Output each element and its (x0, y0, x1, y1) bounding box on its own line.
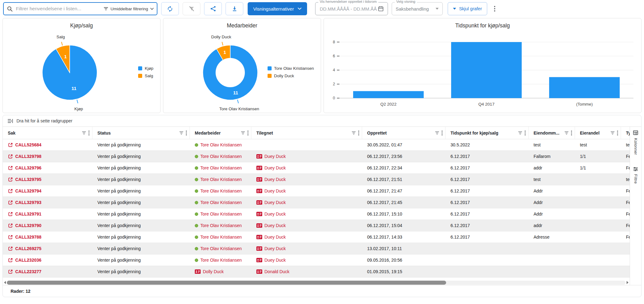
case-link[interactable]: CALL329794 (15, 188, 41, 193)
column-filter-icon[interactable] (82, 131, 86, 135)
open-case-icon[interactable] (8, 188, 13, 194)
medarbeider-link[interactable]: Tore Olav Kristiansen (200, 200, 242, 205)
column-header-status[interactable]: Status (92, 127, 190, 139)
search-input[interactable] (15, 6, 101, 12)
scrollbar-thumb[interactable] (7, 281, 446, 285)
table-row[interactable]: CALL269275Venter på godkjenningTore Olav… (3, 243, 630, 254)
tilegnet-link[interactable]: Donald Duck (264, 269, 289, 274)
case-link[interactable]: CALL269275 (15, 246, 41, 251)
open-case-icon[interactable] (8, 211, 13, 217)
table-row[interactable]: CALL329795Venter på godkjenningTore Olav… (3, 174, 630, 185)
tab-filtre[interactable]: Filtre (633, 167, 638, 184)
case-link[interactable]: CALL329791 (15, 211, 41, 216)
view-options-button[interactable]: Visningsalternativer (248, 2, 307, 15)
table-row[interactable]: CALL329798Venter på godkjenningTore Olav… (3, 151, 630, 162)
scroll-right-arrow[interactable] (627, 281, 628, 284)
case-link[interactable]: CALL329795 (15, 177, 41, 182)
table-row[interactable]: CALL232036Venter på godkjenningTore Olav… (3, 254, 630, 266)
date-range-input[interactable] (319, 6, 378, 12)
column-header-eiendom[interactable]: Eiendomm... (529, 127, 575, 139)
refresh-button[interactable] (161, 2, 179, 15)
open-case-icon[interactable] (8, 142, 13, 148)
medarbeider-link[interactable]: Tore Olav Kristiansen (200, 211, 242, 216)
download-button[interactable] (226, 2, 243, 15)
bar-Q4 2017[interactable] (451, 42, 522, 98)
tilegnet-link[interactable]: Duey Duck (264, 258, 286, 263)
column-menu-icon[interactable] (247, 131, 249, 135)
medarbeider-link[interactable]: Tore Olav Kristiansen (200, 154, 242, 159)
tilegnet-link[interactable]: Duey Duck (264, 223, 286, 228)
tilegnet-link[interactable]: Duey Duck (264, 200, 286, 205)
column-menu-icon[interactable] (525, 131, 526, 135)
calendar-icon[interactable] (378, 6, 384, 12)
column-header-sak[interactable]: Sak (3, 127, 92, 139)
column-filter-icon[interactable] (564, 131, 569, 135)
table-row[interactable]: CALL223277Venter på godkjenningDolly Duc… (3, 266, 630, 278)
tab-kolonner[interactable]: Kolonner (633, 130, 638, 155)
medarbeider-link[interactable]: Tore Olav Kristiansen (200, 177, 242, 182)
bar-(Tomme)[interactable] (549, 77, 620, 98)
case-link[interactable]: CALL329796 (15, 165, 41, 170)
tilegnet-link[interactable]: Duey Duck (264, 235, 286, 240)
open-case-icon[interactable] (8, 235, 13, 240)
tilegnet-link[interactable]: Duey Duck (264, 177, 286, 182)
tilegnet-link[interactable]: Duey Duck (264, 246, 286, 251)
medarbeider-link[interactable]: Tore Olav Kristiansen (200, 235, 242, 240)
scrollbar-track[interactable] (7, 281, 626, 285)
tilegnet-link[interactable]: Duey Duck (264, 154, 286, 159)
column-header-eierandel[interactable]: Eierandel (575, 127, 621, 139)
column-filter-icon[interactable] (241, 131, 245, 135)
case-link[interactable]: CALL329788 (15, 235, 41, 240)
column-menu-icon[interactable] (88, 131, 90, 135)
open-case-icon[interactable] (8, 223, 13, 228)
column-header-type[interactable]: Type re (621, 127, 630, 139)
medarbeider-link[interactable]: Tore Olav Kristiansen (200, 188, 242, 193)
column-menu-icon[interactable] (571, 131, 572, 135)
open-case-icon[interactable] (8, 165, 13, 171)
share-button[interactable] (204, 2, 222, 15)
table-row[interactable]: CALL525684Venter på godkjenningTore Olav… (3, 139, 630, 151)
row-group-dropzone[interactable]: Dra hit for å sette radgrupper (3, 115, 641, 127)
tilegnet-link[interactable]: Duey Duck (264, 211, 286, 216)
column-filter-icon[interactable] (435, 131, 439, 135)
column-menu-icon[interactable] (186, 131, 187, 135)
case-link[interactable]: CALL329793 (15, 200, 41, 205)
horizontal-scrollbar[interactable] (3, 280, 630, 285)
column-filter-icon[interactable] (179, 131, 184, 135)
legend-item[interactable]: Dolly Duck (268, 74, 314, 78)
hide-charts-button[interactable]: Skjul grafer (448, 2, 487, 15)
case-link[interactable]: CALL525684 (15, 142, 41, 147)
clear-filter-button[interactable] (183, 2, 200, 15)
immediate-filter-dropdown[interactable]: Umiddelbar filtrering (104, 7, 154, 11)
table-row[interactable]: CALL329791Venter på godkjenningTore Olav… (3, 208, 630, 220)
open-case-icon[interactable] (8, 258, 13, 263)
open-case-icon[interactable] (8, 177, 13, 182)
case-link[interactable]: CALL329798 (15, 154, 41, 159)
tilegnet-link[interactable]: Duey Duck (264, 188, 286, 193)
column-filter-icon[interactable] (518, 131, 522, 135)
table-row[interactable]: CALL329796Venter på godkjenningTore Olav… (3, 162, 630, 174)
case-link[interactable]: CALL232036 (15, 258, 41, 263)
table-row[interactable]: CALL329794Venter på godkjenningTore Olav… (3, 185, 630, 197)
medarbeider-link[interactable]: Tore Olav Kristiansen (200, 165, 242, 170)
toolbar-menu-icon[interactable] (491, 4, 498, 13)
medarbeider-link[interactable]: Tore Olav Kristiansen (200, 246, 242, 251)
column-header-opprettet[interactable]: Opprettet (362, 127, 446, 139)
medarbeider-link[interactable]: Dolly Duck (203, 269, 224, 274)
table-row[interactable]: CALL329790Venter på godkjenningTore Olav… (3, 220, 630, 231)
tilegnet-link[interactable]: Duey Duck (264, 165, 286, 170)
column-filter-icon[interactable] (352, 131, 356, 135)
open-case-icon[interactable] (8, 269, 13, 274)
bar-Q2 2022[interactable] (353, 91, 424, 98)
case-link[interactable]: CALL223277 (15, 269, 41, 274)
table-row[interactable]: CALL329788Venter på godkjenningTore Olav… (3, 231, 630, 243)
legend-item[interactable]: Kjøp (138, 66, 153, 71)
column-header-medarbeider[interactable]: Medarbeider (190, 127, 251, 139)
open-case-icon[interactable] (8, 200, 13, 205)
legend-item[interactable]: Salg (138, 74, 153, 78)
column-header-tidspunkt[interactable]: Tidspunkt for kjøp/salg (446, 127, 529, 139)
table-row[interactable]: CALL329793Venter på godkjenningTore Olav… (3, 197, 630, 208)
scroll-left-arrow[interactable] (4, 281, 6, 284)
medarbeider-link[interactable]: Tore Olav Kristiansen (200, 258, 242, 263)
open-case-icon[interactable] (8, 154, 13, 159)
